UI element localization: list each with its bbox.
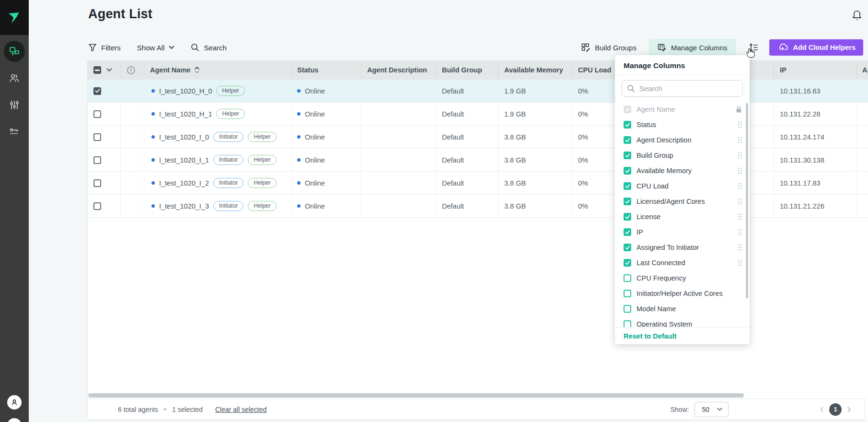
column-checkbox-checked[interactable] (624, 198, 631, 205)
column-header-name[interactable]: Agent Name (144, 60, 291, 80)
table-row[interactable]: I_test_1020_I_0InitiatorHelperOnlineDefa… (88, 126, 868, 149)
drag-handle-icon[interactable] (738, 229, 742, 235)
column-toggle-item[interactable]: License (615, 209, 750, 224)
cell-assigned (856, 172, 868, 194)
column-toggle-item[interactable]: IP (615, 224, 750, 240)
drag-handle-icon[interactable] (738, 183, 742, 189)
sidebar-item-settings[interactable] (4, 94, 25, 116)
column-toggle-label: Assigned To Initiator (637, 244, 699, 251)
agent-name-text[interactable]: I_test_1020_I_0 (159, 133, 209, 141)
sidebar-item-licenses[interactable] (4, 121, 25, 142)
add-cloud-helpers-button[interactable]: Add Cloud Helpers (769, 39, 863, 56)
column-checkbox-unchecked[interactable] (624, 274, 631, 282)
column-toggle-item[interactable]: Licensed/Agent Cores (615, 194, 750, 209)
online-status-dot (297, 204, 301, 208)
build-groups-button[interactable]: Build Groups (581, 43, 637, 52)
column-checkbox-checked[interactable] (624, 213, 631, 221)
column-checkbox-checked[interactable] (624, 182, 631, 190)
column-toggle-item[interactable]: Agent Description (615, 132, 750, 148)
table-row[interactable]: I_test_1020_H_1HelperOnlineDefault1.9 GB… (88, 103, 868, 126)
row-checkbox[interactable] (93, 87, 101, 95)
table-row[interactable]: I_test_1020_I_3InitiatorHelperOnlineDefa… (88, 195, 868, 218)
column-toggle-item[interactable]: Initiator/Helper Active Cores (615, 286, 750, 301)
user-avatar[interactable] (7, 395, 22, 410)
column-toggle-item[interactable]: CPU Frequency (615, 270, 750, 286)
agent-name-text[interactable]: I_test_1020_I_2 (159, 179, 209, 187)
column-toggle-item[interactable]: CPU Load (615, 178, 750, 194)
agent-name-text[interactable]: I_test_1020_H_1 (159, 110, 212, 118)
column-checkbox-unchecked[interactable] (624, 305, 631, 313)
cell-ip: 10.131.21.226 (774, 195, 856, 217)
show-all-dropdown[interactable]: Show All (137, 44, 175, 52)
drag-handle-icon[interactable] (738, 259, 742, 266)
row-checkbox[interactable] (93, 179, 101, 187)
column-toggle-label: Model Name (637, 305, 676, 313)
panel-scrollbar-thumb[interactable] (746, 103, 748, 298)
prev-page-button[interactable] (820, 407, 823, 412)
cell-status: Online (291, 80, 361, 102)
sort-icon[interactable] (195, 67, 199, 73)
page-size-select[interactable]: 50 (694, 402, 729, 417)
sidebar-item-agents[interactable] (4, 41, 25, 62)
page-number-button[interactable]: 1 (829, 403, 842, 416)
drag-handle-icon[interactable] (738, 167, 742, 174)
horizontal-scrollbar[interactable] (88, 392, 865, 399)
row-checkbox[interactable] (93, 156, 101, 164)
panel-search-box[interactable] (622, 80, 743, 97)
main-content: Agent List Filters Show All (29, 0, 868, 422)
next-page-button[interactable] (847, 407, 851, 412)
agent-name-text[interactable]: I_test_1020_I_1 (159, 156, 209, 164)
notifications-button[interactable] (851, 10, 863, 24)
cloud-plus-icon (777, 43, 788, 52)
table-row[interactable]: I_test_1020_I_1InitiatorHelperOnlineDefa… (88, 149, 868, 172)
column-checkbox-checked[interactable] (624, 121, 631, 129)
selected-count-label: 1 selected (172, 406, 203, 413)
search-button[interactable]: Search (191, 43, 227, 52)
column-checkbox-unchecked[interactable] (624, 290, 631, 297)
select-all-checkbox[interactable] (93, 66, 101, 74)
column-toggle-item[interactable]: Agent Name (615, 102, 750, 117)
ip-text: 10.131.30.138 (780, 156, 824, 164)
column-checkbox-checked[interactable] (624, 228, 631, 236)
brand-logo[interactable] (0, 0, 29, 35)
column-toggle-item[interactable]: Build Group (615, 148, 750, 163)
column-toggle-item[interactable]: Available Memory (615, 163, 750, 178)
row-checkbox[interactable] (93, 202, 101, 210)
row-checkbox[interactable] (93, 110, 101, 118)
column-header-mem: Available Memory (498, 60, 572, 80)
column-checkbox-checked[interactable] (624, 244, 631, 251)
sidebar-item-users[interactable] (4, 68, 25, 89)
column-checkbox-unchecked[interactable] (624, 320, 631, 327)
reset-to-default-link[interactable]: Reset to Default (624, 332, 676, 340)
pagination: 1 (820, 403, 851, 416)
column-checkbox-checked[interactable] (624, 152, 631, 159)
drag-handle-icon[interactable] (738, 213, 742, 220)
chevron-down-icon[interactable] (106, 68, 112, 72)
column-checkbox-checked[interactable] (624, 136, 631, 144)
drag-handle-icon[interactable] (738, 121, 742, 128)
clear-selected-link[interactable]: Clear all selected (215, 406, 266, 413)
table-row[interactable]: I_test_1020_H_0HelperOnlineDefault1.9 GB… (88, 80, 868, 103)
filters-button[interactable]: Filters (88, 43, 121, 52)
column-checkbox-checked[interactable] (624, 167, 631, 175)
row-density-button[interactable] (748, 42, 759, 53)
column-checkbox-checked[interactable] (624, 259, 631, 267)
column-toggle-item[interactable]: Assigned To Initiator (615, 240, 750, 255)
drag-handle-icon[interactable] (738, 244, 742, 251)
row-checkbox[interactable] (93, 133, 101, 141)
drag-handle-icon[interactable] (738, 152, 742, 159)
agent-name-text[interactable]: I_test_1020_H_0 (159, 87, 212, 95)
column-toggle-item[interactable]: Last Connected (615, 255, 750, 270)
users-icon (9, 72, 20, 84)
drag-handle-icon[interactable] (738, 137, 742, 143)
column-toggle-item[interactable]: Model Name (615, 301, 750, 316)
drag-handle-icon[interactable] (738, 198, 742, 205)
horizontal-scrollbar-thumb[interactable] (88, 393, 744, 398)
secondary-avatar[interactable] (7, 418, 22, 422)
column-toggle-item[interactable]: Status (615, 117, 750, 132)
manage-columns-button[interactable]: Manage Columns (649, 39, 736, 56)
table-row[interactable]: I_test_1020_I_2InitiatorHelperOnlineDefa… (88, 172, 868, 195)
panel-search-input[interactable] (639, 84, 738, 93)
column-toggle-item[interactable]: Operating System (615, 316, 750, 327)
agent-name-text[interactable]: I_test_1020_I_3 (159, 202, 209, 210)
